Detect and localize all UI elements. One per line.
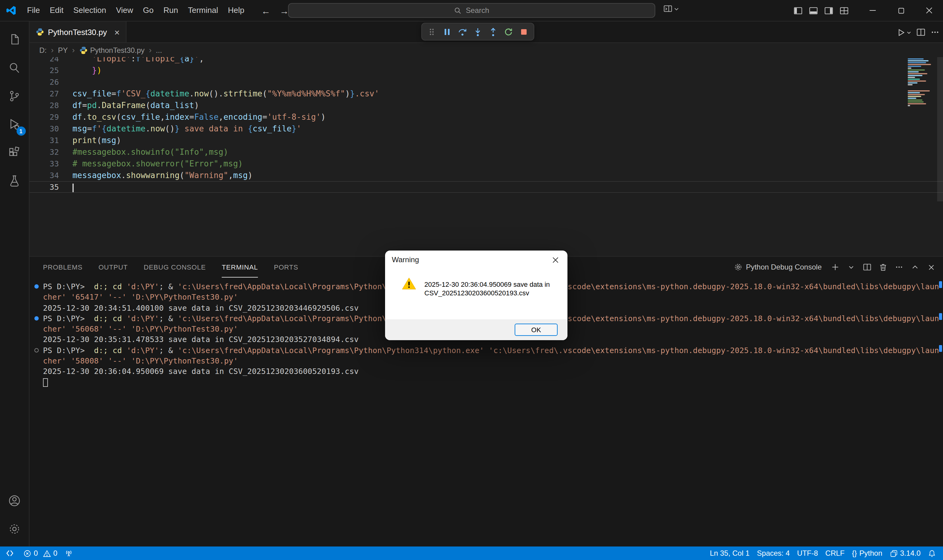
braces-icon: {} xyxy=(852,549,857,557)
navigate-back-icon[interactable]: ← xyxy=(258,3,274,18)
line-number[interactable]: 24 xyxy=(29,57,59,65)
indentation[interactable]: Spaces: 4 xyxy=(753,546,794,560)
line-number[interactable]: 34 xyxy=(29,169,59,181)
panel-tab-problems[interactable]: PROBLEMS xyxy=(43,257,83,277)
split-terminal-icon[interactable] xyxy=(860,260,875,274)
command-decoration-icon[interactable] xyxy=(34,348,39,352)
menu-terminal[interactable]: Terminal xyxy=(183,3,223,18)
code-line[interactable]: 27csv_file=f'CSV_{datetime.now().strftim… xyxy=(29,88,943,100)
debug-step-into-icon[interactable] xyxy=(471,24,485,39)
panel-tab-output[interactable]: OUTPUT xyxy=(98,257,128,277)
layout-quick-menu[interactable] xyxy=(663,4,679,14)
line-number[interactable]: 27 xyxy=(29,88,59,100)
code-editor[interactable]: 24 'LTopic':f'LTopic_{a}',25 })2627csv_f… xyxy=(29,57,943,256)
toolbar-drag-handle-icon[interactable] xyxy=(425,24,439,39)
panel-tab-debug-console[interactable]: DEBUG CONSOLE xyxy=(144,257,206,277)
python-interpreter[interactable]: 3.14.0 xyxy=(886,546,924,560)
line-number[interactable]: 35 xyxy=(29,181,59,193)
maximize-panel-icon[interactable] xyxy=(908,260,922,274)
terminal-dropdown-icon[interactable] xyxy=(844,260,858,274)
split-editor-icon[interactable] xyxy=(916,28,926,37)
line-number[interactable]: 31 xyxy=(29,134,59,146)
breadcrumb-item[interactable]: D: xyxy=(39,46,47,54)
menu-file[interactable]: File xyxy=(22,3,45,18)
settings-gear-icon[interactable] xyxy=(0,515,29,543)
code-line[interactable]: 32#messagebox.showinfo("Info",msg) xyxy=(29,146,943,158)
tab-close-icon[interactable]: × xyxy=(114,27,120,37)
code-line[interactable]: 34messagebox.showwarning("Warning",msg) xyxy=(29,169,943,181)
debug-step-over-icon[interactable] xyxy=(455,24,470,39)
run-python-file-button[interactable] xyxy=(897,28,911,37)
code-line[interactable]: 28df=pd.DataFrame(data_list) xyxy=(29,100,943,111)
eol-sequence[interactable]: CRLF xyxy=(822,546,848,560)
code-line[interactable]: 24 'LTopic':f'LTopic_{a}', xyxy=(29,57,943,65)
encoding[interactable]: UTF-8 xyxy=(794,546,822,560)
toggle-secondary-sidebar-icon[interactable] xyxy=(824,6,833,15)
command-decoration-icon[interactable] xyxy=(34,284,39,289)
command-decoration-icon[interactable] xyxy=(34,316,39,320)
terminal-list-item[interactable]: Python Debug Console xyxy=(734,263,822,271)
debug-step-out-icon[interactable] xyxy=(486,24,500,39)
menu-run[interactable]: Run xyxy=(158,3,183,18)
customize-layout-icon[interactable] xyxy=(840,6,849,15)
remote-indicator[interactable] xyxy=(0,546,20,560)
editor-scrollbar[interactable] xyxy=(937,57,943,202)
toggle-sidebar-icon[interactable] xyxy=(794,6,803,15)
code-line[interactable]: 29df.to_csv(csv_file,index=False,encodin… xyxy=(29,111,943,123)
ok-button[interactable]: OK xyxy=(515,324,558,336)
code-line[interactable]: 26 xyxy=(29,76,943,88)
menu-go[interactable]: Go xyxy=(138,3,159,18)
panel-tab-terminal[interactable]: TERMINAL xyxy=(222,257,258,277)
tab-pythontest30[interactable]: PythonTest30.py × xyxy=(29,22,126,42)
line-number[interactable]: 33 xyxy=(29,158,59,169)
breadcrumb-item[interactable]: ... xyxy=(156,46,162,54)
editor-more-actions-icon[interactable] xyxy=(931,28,940,37)
code-line[interactable]: 33# messagebox.showerror("Error",msg) xyxy=(29,158,943,169)
dialog-close-icon[interactable] xyxy=(543,251,568,269)
line-number[interactable]: 30 xyxy=(29,123,59,134)
line-number[interactable]: 29 xyxy=(29,111,59,123)
code-line[interactable]: 35 xyxy=(29,181,943,193)
minimap[interactable] xyxy=(908,57,936,106)
language-mode[interactable]: {} Python xyxy=(848,546,886,560)
line-number[interactable]: 28 xyxy=(29,100,59,111)
notifications-bell-icon[interactable] xyxy=(924,546,940,560)
debug-pause-icon[interactable] xyxy=(440,24,454,39)
explorer-icon[interactable] xyxy=(0,25,29,54)
debug-restart-icon[interactable] xyxy=(501,24,516,39)
breadcrumb-item[interactable]: PY xyxy=(58,46,68,54)
close-window-button[interactable] xyxy=(915,0,943,21)
run-debug-icon[interactable]: 1 xyxy=(0,110,29,138)
panel-more-actions-icon[interactable] xyxy=(892,260,906,274)
close-panel-icon[interactable] xyxy=(924,260,938,274)
menu-view[interactable]: View xyxy=(111,3,138,18)
panel-tab-ports[interactable]: PORTS xyxy=(274,257,298,277)
testing-icon[interactable] xyxy=(0,166,29,195)
line-number[interactable]: 32 xyxy=(29,146,59,158)
line-content: msg=f'{datetime.now()} save data in {csv… xyxy=(72,123,301,134)
minimize-button[interactable] xyxy=(858,0,887,21)
menu-help[interactable]: Help xyxy=(223,3,249,18)
warning-count: 0 xyxy=(53,549,57,557)
problems-status[interactable]: 0 0 xyxy=(20,546,61,560)
ports-icon[interactable] xyxy=(61,546,77,560)
accounts-icon[interactable] xyxy=(0,486,29,515)
line-number[interactable]: 25 xyxy=(29,65,59,76)
debug-stop-icon[interactable] xyxy=(517,24,531,39)
maximize-button[interactable] xyxy=(887,0,915,21)
cursor-position[interactable]: Ln 35, Col 1 xyxy=(706,546,753,560)
search-sidebar-icon[interactable] xyxy=(0,54,29,82)
line-number[interactable]: 26 xyxy=(29,76,59,88)
menu-selection[interactable]: Selection xyxy=(68,3,111,18)
code-line[interactable]: 30msg=f'{datetime.now()} save data in {c… xyxy=(29,123,943,134)
code-line[interactable]: 31print(msg) xyxy=(29,134,943,146)
extensions-icon[interactable] xyxy=(0,138,29,166)
breadcrumb-item[interactable]: PythonTest30.py xyxy=(79,46,144,54)
new-terminal-icon[interactable] xyxy=(828,260,843,274)
search-input[interactable]: Search xyxy=(288,3,655,18)
toggle-panel-icon[interactable] xyxy=(809,6,818,15)
code-line[interactable]: 25 }) xyxy=(29,65,943,76)
kill-terminal-icon[interactable] xyxy=(876,260,891,274)
menu-edit[interactable]: Edit xyxy=(45,3,68,18)
source-control-icon[interactable] xyxy=(0,82,29,110)
